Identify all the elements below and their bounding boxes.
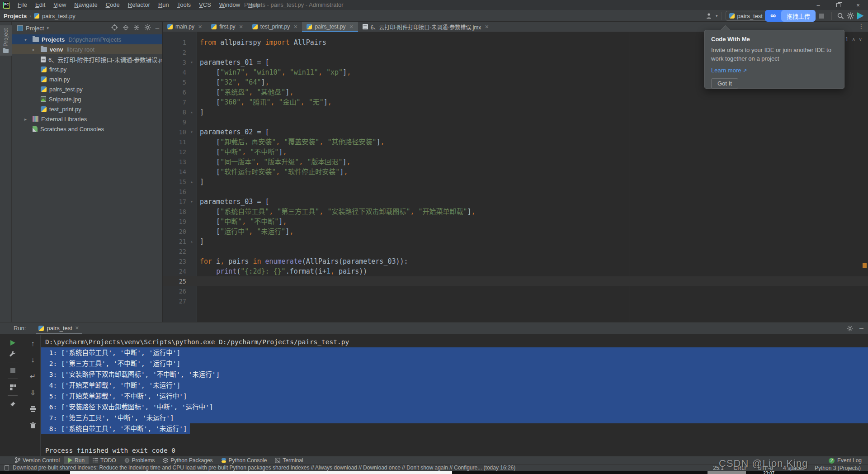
scrollbar-warning-marker[interactable] <box>863 263 867 268</box>
close-tab-icon[interactable]: ✕ <box>485 24 489 30</box>
fold-marker-icon[interactable]: ▴ <box>186 177 197 187</box>
code-line[interactable]: 18 ["系统自带工具", "第三方工具", "安装路径下双击卸载图标", "开… <box>163 207 868 217</box>
code-line[interactable]: 22 <box>163 246 868 256</box>
code-line[interactable]: 13 ["同一版本", "版本升级", "版本回退"], <box>163 157 868 167</box>
close-tab-icon[interactable]: ✕ <box>239 24 243 30</box>
fold-marker-icon[interactable]: ▾ <box>186 127 197 137</box>
tree-item-scratches-and-consoles[interactable]: Scratches and Consoles <box>12 124 162 134</box>
locate-file-icon[interactable] <box>111 24 118 31</box>
collapsed-arrow-icon[interactable]: ▸ <box>24 117 33 122</box>
console-output-line[interactable]: 1: ['系统自带工具', '中断', '运行中'] <box>41 347 868 358</box>
menu-navigate[interactable]: Navigate <box>70 0 101 10</box>
menu-view[interactable]: View <box>49 0 70 10</box>
got-it-button[interactable]: Got It <box>711 78 738 89</box>
project-panel-header[interactable]: Project ▾ – <box>12 22 162 34</box>
code-line[interactable]: 24 print("{:2d}: {}".format(i+1, pairs)) <box>163 266 868 276</box>
soft-wrap-icon[interactable]: ↵ <box>28 371 38 382</box>
panel-settings-gear-icon[interactable] <box>144 24 151 31</box>
code-line[interactable]: 27 <box>163 296 868 306</box>
rerun-button[interactable] <box>7 337 18 348</box>
edit-configuration-wrench-icon[interactable] <box>7 348 18 359</box>
chevron-down-icon[interactable]: ▾ <box>716 14 718 18</box>
code-line[interactable]: 6 ["系统盘", "其他盘"], <box>163 87 868 97</box>
run-tab[interactable]: pairs_test ✕ <box>36 322 82 334</box>
menu-window[interactable]: Window <box>215 0 244 10</box>
hide-run-panel-icon[interactable]: – <box>859 324 863 332</box>
code-line[interactable]: 21▴] <box>163 237 868 246</box>
menu-tools[interactable]: Tools <box>173 0 195 10</box>
fold-marker-icon[interactable]: ▴ <box>186 237 197 246</box>
tree-item-test-print-py[interactable]: test_print.py <box>12 104 162 114</box>
prev-issue-icon[interactable]: ˄ <box>852 37 855 42</box>
code-line[interactable]: 9 <box>163 117 868 127</box>
tool-window-button-version-control[interactable]: Version Control <box>11 456 64 465</box>
menu-vcs[interactable]: VCS <box>195 0 215 10</box>
run-console-output[interactable]: D:\pycharm\Projects\venv\Scripts\python.… <box>41 335 868 456</box>
fold-marker-icon[interactable]: ▾ <box>186 57 197 67</box>
tabs-more-icon[interactable]: ⋮ <box>858 23 864 30</box>
tool-window-button-run[interactable]: Run <box>64 456 89 465</box>
console-output-line[interactable]: 2: ['第三方工具', '不中断', '运行中'] <box>41 358 868 369</box>
code-line[interactable]: 17▾parameters_03 = [ <box>163 197 868 207</box>
code-line[interactable]: 7 ["360", "腾讯", "金山", "无"], <box>163 97 868 107</box>
tool-window-button-python-console[interactable]: Python Console <box>217 456 271 465</box>
tree-item-external-libraries[interactable]: ▸External Libraries <box>12 114 162 124</box>
tool-window-button-project[interactable]: Project <box>0 25 12 56</box>
chevron-down-icon[interactable]: ▾ <box>47 26 49 30</box>
code-line[interactable]: 25 <box>163 276 868 286</box>
maximize-button[interactable] <box>828 0 848 10</box>
ide-plugin-icon[interactable] <box>855 11 865 21</box>
collapsed-arrow-icon[interactable]: ▸ <box>33 47 41 52</box>
tree-item-projects[interactable]: ▾ProjectsD:\pycharm\Projects <box>12 34 162 44</box>
console-output-line[interactable]: 5: ['开始菜单卸载', '不中断', '运行中'] <box>41 391 868 402</box>
tool-window-button-todo[interactable]: TODO <box>89 456 120 465</box>
code-line[interactable]: 20 ["运行中", "未运行"], <box>163 227 868 237</box>
menu-edit[interactable]: Edit <box>31 0 49 10</box>
code-line[interactable]: 15▴] <box>163 177 868 187</box>
menu-run[interactable]: Run <box>154 0 173 10</box>
console-output-line[interactable]: 8: ['系统自带工具', '不中断', '未运行'] <box>41 423 190 434</box>
code-line[interactable]: 19 ["中断", "不中断"], <box>163 217 868 227</box>
menu-code[interactable]: Code <box>102 0 124 10</box>
up-stack-trace-icon[interactable]: ↑ <box>28 338 38 349</box>
tool-window-button-python-packages[interactable]: Python Packages <box>159 456 217 465</box>
expanded-arrow-icon[interactable]: ▾ <box>24 37 33 42</box>
print-icon[interactable] <box>28 403 38 414</box>
clear-console-trash-icon[interactable] <box>28 420 38 431</box>
minimize-button[interactable]: – <box>808 0 828 10</box>
console-output-line[interactable]: 6: ['安装路径下双击卸载图标', '中断', '运行中'] <box>41 402 868 412</box>
stop-button[interactable] <box>819 14 824 19</box>
hide-panel-icon[interactable]: – <box>156 25 159 30</box>
menu-refactor[interactable]: Refactor <box>124 0 154 10</box>
menu-file[interactable]: File <box>14 0 31 10</box>
pin-tab-icon[interactable] <box>7 398 18 409</box>
code-line[interactable]: 14 ["软件运行时安装", "软件停止时安装"], <box>163 167 868 177</box>
fold-marker-icon[interactable]: ▾ <box>186 197 197 207</box>
close-tab-icon[interactable]: ✕ <box>75 325 79 331</box>
collapse-all-icon[interactable] <box>133 24 140 31</box>
console-output-line[interactable]: 3: ['安装路径下双击卸载图标', '不中断', '未运行'] <box>41 369 868 380</box>
code-with-me-users-icon[interactable] <box>705 11 715 21</box>
code-line[interactable]: 16 <box>163 187 868 197</box>
breadcrumb-file[interactable]: pairs_test.py <box>42 13 75 19</box>
tree-item-6-jmx[interactable]: 6、云打印-附件打印接口-未调通-参数错误.jmx <box>12 54 162 64</box>
scroll-to-end-icon[interactable]: ⇩ <box>28 387 38 398</box>
event-log-button[interactable]: 2 Event Log <box>829 456 862 465</box>
tree-item-snipaste-jpg[interactable]: Snipaste.jpg <box>12 94 162 104</box>
editor-tab-first-py[interactable]: first.py✕ <box>207 22 248 32</box>
down-stack-trace-icon[interactable]: ↓ <box>28 355 38 365</box>
tree-item-main-py[interactable]: main.py <box>12 74 162 84</box>
run-configuration-select[interactable]: pairs_test <box>726 11 768 21</box>
tree-item-venv[interactable]: ▸venvlibrary root <box>12 44 162 54</box>
editor-tab-test-print-py[interactable]: test_print.py✕ <box>248 22 302 32</box>
code-line[interactable]: 11 ["卸载后，再安装", "覆盖安装", "其他路径安装"], <box>163 137 868 147</box>
fold-marker-icon[interactable]: ▴ <box>186 107 197 117</box>
editor-tab-6-jmx[interactable]: 6、云打印-附件打印接口-未调通-参数错误.jmx✕ <box>358 22 494 32</box>
close-button[interactable]: × <box>848 0 868 10</box>
editor-tab-pairs-test-py[interactable]: pairs_test.py✕ <box>302 22 358 32</box>
close-tab-icon[interactable]: ✕ <box>198 24 202 30</box>
editor-tab-main-py[interactable]: main.py✕ <box>163 22 207 32</box>
code-line[interactable]: 12 ["中断", "不中断"], <box>163 147 868 157</box>
code-line[interactable]: 8▴] <box>163 107 868 117</box>
layout-settings-icon[interactable] <box>7 382 18 393</box>
